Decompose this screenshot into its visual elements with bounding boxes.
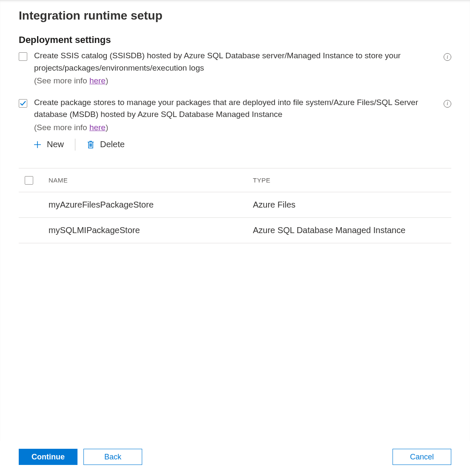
ssis-catalog-checkbox[interactable] — [19, 52, 27, 61]
setting-ssis-catalog: Create SSIS catalog (SSISDB) hosted by A… — [19, 50, 451, 87]
grid-row[interactable]: mySQLMIPackageStore Azure SQL Database M… — [19, 218, 451, 243]
package-stores-checkbox[interactable] — [19, 99, 27, 108]
grid-header: NAME TYPE — [19, 168, 451, 192]
column-header-name[interactable]: NAME — [49, 177, 253, 184]
delete-button[interactable]: Delete — [84, 138, 127, 151]
back-button[interactable]: Back — [83, 449, 142, 465]
delete-button-label: Delete — [100, 140, 125, 149]
package-stores-grid: NAME TYPE myAzureFilesPackageStore Azure… — [19, 168, 451, 243]
new-button-label: New — [47, 140, 64, 149]
info-icon[interactable]: i — [444, 53, 451, 61]
cell-name: myAzureFilesPackageStore — [49, 200, 253, 210]
cell-type: Azure SQL Database Managed Instance — [253, 225, 445, 235]
continue-button[interactable]: Continue — [19, 449, 77, 465]
package-stores-see-more: (See more info here) — [34, 122, 435, 134]
ssis-catalog-see-more: (See more info here) — [34, 75, 435, 87]
section-heading: Deployment settings — [19, 34, 451, 46]
footer: Continue Back Cancel — [0, 441, 470, 476]
package-stores-label: Create package stores to manage your pac… — [34, 97, 435, 121]
ssis-catalog-label: Create SSIS catalog (SSISDB) hosted by A… — [34, 50, 435, 74]
trash-icon — [86, 140, 95, 149]
grid-row[interactable]: myAzureFilesPackageStore Azure Files — [19, 192, 451, 218]
select-all-checkbox[interactable] — [25, 176, 33, 185]
cell-type: Azure Files — [253, 200, 445, 210]
plus-icon — [33, 140, 42, 149]
ssis-catalog-link[interactable]: here — [89, 76, 106, 85]
toolbar-divider — [75, 139, 75, 151]
cancel-button[interactable]: Cancel — [393, 449, 451, 465]
new-button[interactable]: New — [31, 138, 66, 151]
info-icon[interactable]: i — [444, 100, 451, 108]
package-stores-toolbar: New Delete — [31, 138, 435, 151]
setting-package-stores: Create package stores to manage your pac… — [19, 97, 451, 159]
page-title: Integration runtime setup — [19, 9, 451, 23]
package-stores-link[interactable]: here — [89, 123, 106, 132]
cell-name: mySQLMIPackageStore — [49, 225, 253, 235]
column-header-type[interactable]: TYPE — [253, 177, 445, 184]
